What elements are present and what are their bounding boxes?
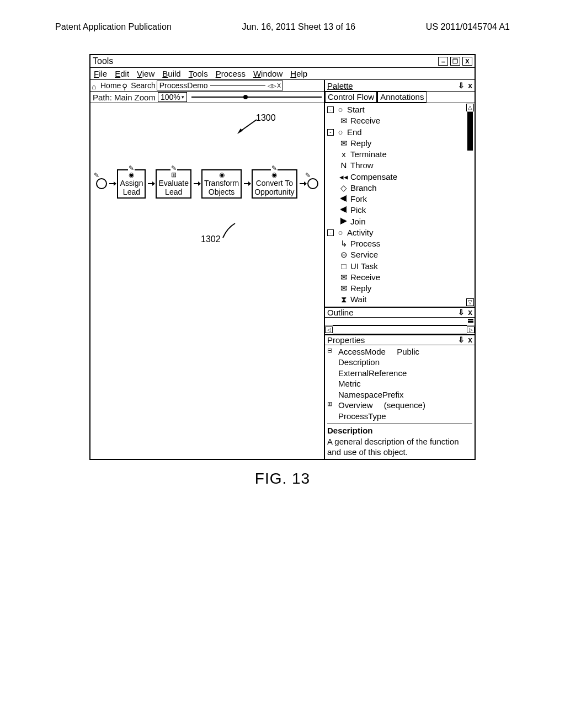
prop-accessmode[interactable]: ⊟AccessMode Public: [327, 346, 472, 357]
palette-item-reply2[interactable]: ✉Reply: [327, 283, 467, 294]
description-text: A general description of the function an…: [327, 436, 472, 458]
prop-processtype[interactable]: ProcessType: [327, 411, 472, 422]
figure-label: FIG. 13: [33, 470, 532, 488]
collapse-icon: ⊟: [327, 346, 335, 357]
tab-search[interactable]: ⚲ Search: [122, 81, 155, 90]
palette-scrollbar[interactable]: [467, 112, 473, 298]
menu-edit[interactable]: Edit: [115, 69, 129, 78]
palette-tab-annotations[interactable]: Annotations: [377, 92, 427, 103]
palette-item-compensate[interactable]: ◂◂Compensate: [327, 172, 467, 183]
scroll-right-icon[interactable]: ▷: [467, 326, 475, 333]
menu-build[interactable]: Build: [162, 69, 180, 78]
maximize-button[interactable]: ❐: [450, 57, 460, 66]
hourglass-icon: ⧗: [339, 294, 348, 305]
palette-tab-control-flow[interactable]: Control Flow: [325, 92, 377, 103]
palette-close-icon[interactable]: x: [468, 81, 472, 90]
palette-item-receive2[interactable]: ✉Receive: [327, 272, 467, 283]
prop-overview[interactable]: ⊞Overview (sequence): [327, 400, 472, 411]
palette-item-throw[interactable]: NThrow: [327, 160, 467, 171]
palette-tree: △ ▽ -○Start ✉Receive -○End ✉Reply xTermi…: [325, 103, 475, 307]
properties-close-icon[interactable]: x: [468, 335, 472, 344]
palette-item-pick[interactable]: ⯇Pick: [327, 205, 467, 216]
node-assign-lead[interactable]: ✎ ◉ Assign Lead: [117, 169, 146, 199]
prop-description[interactable]: Description: [327, 357, 472, 368]
node-evaluate-lead[interactable]: ✎ ⊞ Evaluate Lead: [156, 169, 191, 199]
prop-namespaceprefix[interactable]: NamespacePrefix: [327, 389, 472, 400]
envelope-icon: ✉: [339, 115, 348, 126]
palette-item-reply[interactable]: ✉Reply: [327, 138, 467, 149]
connector: [244, 183, 249, 184]
outline-title: Outline: [327, 308, 354, 317]
palette-item-process[interactable]: ↳Process: [327, 238, 467, 249]
diamond-icon: ◇: [339, 183, 348, 194]
edit-icon: ✎: [271, 165, 278, 172]
edit-icon: ✎: [305, 172, 311, 179]
scroll-up-button[interactable]: △: [466, 104, 474, 111]
minimize-button[interactable]: ‒: [438, 57, 448, 66]
target-icon: ◉: [254, 172, 294, 179]
service-icon: ⊖: [339, 249, 348, 260]
outline-close-icon[interactable]: x: [468, 308, 472, 317]
palette-item-branch[interactable]: ◇Branch: [327, 183, 467, 194]
menu-help[interactable]: Help: [290, 69, 307, 78]
end-node[interactable]: ✎: [307, 178, 318, 189]
pin-icon[interactable]: ⇩: [458, 81, 465, 90]
fork-icon: ⯇: [339, 194, 348, 205]
palette-item-end[interactable]: -○End: [327, 127, 467, 138]
scroll-down-button[interactable]: ▽: [466, 298, 474, 306]
connector: [300, 183, 305, 184]
tab-home[interactable]: ⌂ Home: [92, 81, 121, 90]
collapse-icon[interactable]: -: [327, 129, 334, 136]
palette-item-activity[interactable]: -○Activity: [327, 227, 467, 238]
palette-item-service[interactable]: ⊖Service: [327, 249, 467, 260]
tab-processdemo[interactable]: ProcessDemo ◁ ▷ X: [157, 81, 283, 90]
expand-icon: ⊞: [327, 400, 335, 411]
outline-content[interactable]: [325, 318, 475, 325]
node-transform-objects[interactable]: ◉ Transform Objects: [201, 169, 242, 199]
properties-title: Properties: [327, 335, 365, 345]
pick-icon: ⯇: [339, 205, 348, 216]
menu-process[interactable]: Process: [216, 69, 246, 78]
rewind-icon: ◂◂: [339, 172, 348, 183]
prop-externalreference[interactable]: ExternalReference: [327, 368, 472, 379]
palette-item-wait[interactable]: ⧗Wait: [327, 294, 467, 305]
path-value: Main: [114, 93, 132, 102]
pin-icon[interactable]: ⇩: [458, 335, 465, 344]
zoom-slider[interactable]: [191, 97, 322, 98]
palette-item-start[interactable]: -○Start: [327, 104, 467, 115]
close-button[interactable]: X: [462, 57, 472, 66]
menu-view[interactable]: View: [137, 69, 154, 78]
node-convert-to-opportunity[interactable]: ✎ ◉ Convert To Opportunity: [252, 169, 297, 199]
scroll-left-icon[interactable]: ◁: [325, 326, 333, 333]
pin-icon[interactable]: ⇩: [458, 308, 465, 317]
patent-header: Patent Application Publication Jun. 16, …: [33, 22, 532, 32]
palette-item-uitask[interactable]: □UI Task: [327, 261, 467, 272]
collapse-icon[interactable]: -: [327, 229, 334, 236]
connector: [148, 183, 153, 184]
outline-h-scroll[interactable]: ◁ ▷: [325, 325, 475, 334]
edit-icon: ✎: [170, 165, 177, 172]
patent-header-left: Patent Application Publication: [55, 22, 172, 32]
collapse-icon[interactable]: -: [327, 106, 334, 113]
palette-item-join[interactable]: ⯈Join: [327, 216, 467, 227]
target-icon: ◉: [120, 172, 143, 179]
prop-metric[interactable]: Metric: [327, 378, 472, 389]
tab-nav-icons[interactable]: ◁ ▷ X: [268, 83, 280, 89]
menu-window[interactable]: Window: [253, 69, 282, 78]
side-column: △ ▽ -○Start ✉Receive -○End ✉Reply xTermi…: [325, 103, 475, 459]
zoom-select[interactable]: 100% ▾: [158, 92, 187, 102]
palette-item-terminate[interactable]: xTerminate: [327, 149, 467, 160]
join-icon: ⯈: [339, 216, 348, 227]
process-canvas[interactable]: 1300 ✎ ✎ ◉ Assign Lead ✎ ⊞ Eva: [90, 103, 325, 459]
connector: [194, 183, 199, 184]
circle-icon: ○: [336, 127, 345, 138]
palette-header: Palette ⇩ x: [325, 80, 475, 91]
menu-file[interactable]: File: [94, 69, 107, 78]
start-node[interactable]: ✎: [96, 178, 107, 189]
envelope-icon: ✉: [339, 138, 348, 149]
menu-tools[interactable]: Tools: [189, 69, 208, 78]
palette-item-receive[interactable]: ✉Receive: [327, 115, 467, 126]
palette-item-fork[interactable]: ⯇Fork: [327, 194, 467, 205]
target-icon: ◉: [204, 172, 239, 179]
expand-icon: ⊞: [158, 172, 188, 179]
